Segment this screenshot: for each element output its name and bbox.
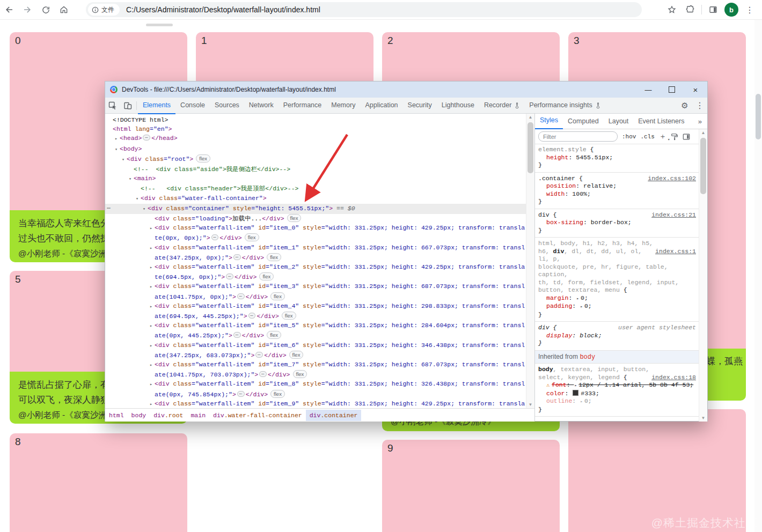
breadcrumb-item[interactable]: div.root [150, 410, 187, 421]
dom-tree-row[interactable]: ▸<div class="waterfall-item" id="item_8"… [105, 379, 526, 398]
page-scrollbar[interactable] [754, 19, 762, 532]
close-icon[interactable]: × [684, 82, 707, 98]
dom-tree-row[interactable]: ▸<div class="waterfall-item" id="item_7"… [105, 360, 526, 379]
flex-badge[interactable]: flex [270, 390, 285, 398]
bookmark-star-icon[interactable] [663, 2, 681, 18]
dom-tree-row[interactable]: ⋯▾<div class="container" style="height: … [105, 204, 526, 214]
dom-tree-row[interactable]: <div class="loading">加载中...</div>flex [105, 214, 526, 223]
settings-gear-icon[interactable]: ⚙ [677, 98, 692, 113]
browser-menu-icon[interactable]: ⋮ [741, 2, 759, 18]
flex-badge[interactable]: flex [287, 214, 302, 222]
maximize-icon[interactable] [660, 82, 684, 98]
dom-tree-row[interactable]: ▸<head>⋯</head> [105, 134, 526, 144]
site-info-badge[interactable]: 文件 [88, 4, 120, 16]
style-rule[interactable]: .container {index.css:102position: relat… [535, 173, 699, 209]
style-rule[interactable]: div {user agent stylesheetdisplay: block… [535, 322, 699, 351]
expand-ellipsis-icon[interactable]: ⋯ [226, 274, 233, 279]
dom-tree-row[interactable]: ▾<div class="water-fall-container"> [105, 194, 526, 204]
extensions-icon[interactable] [681, 2, 699, 18]
dom-tree-row[interactable]: ▾<body> [105, 144, 526, 154]
expand-ellipsis-icon[interactable]: ⋯ [248, 313, 256, 319]
breadcrumb-item[interactable]: div.water-fall-container [209, 410, 306, 421]
stylesheet-link[interactable]: index.css:102 [648, 175, 696, 183]
devtools-tab-recorder[interactable]: Recorder [479, 98, 524, 113]
sidebar-tab-layout[interactable]: Layout [604, 114, 634, 129]
dom-tree-row[interactable]: ▸<div class="waterfall-item" id="item_3"… [105, 282, 526, 301]
dom-tree-row[interactable]: ▸<div class="waterfall-item" id="item_0"… [105, 223, 526, 242]
expand-ellipsis-icon[interactable]: ⋯ [255, 352, 263, 358]
dom-tree-row[interactable]: ▸<div class="waterfall-item" id="item_4"… [105, 301, 526, 321]
elements-scrollbar-thumb[interactable] [527, 122, 533, 173]
flex-badge[interactable]: flex [196, 154, 210, 162]
forward-icon[interactable] [18, 2, 36, 18]
flex-badge[interactable]: flex [267, 253, 281, 261]
dom-tree-row[interactable]: ▸<div class="waterfall-item" id="item_5"… [105, 321, 526, 340]
styles-scrollbar[interactable]: ▲▼ [699, 129, 707, 422]
dom-tree-row[interactable]: <!-- <div class="header">我是顶部</div>--> [105, 184, 526, 193]
style-rule[interactable]: element.style {height: 5455.51px;} [535, 144, 699, 173]
dom-tree-row[interactable]: ▸<div class="waterfall-item" id="item_1"… [105, 243, 526, 262]
expand-ellipsis-icon[interactable]: ⋯ [233, 332, 241, 338]
flex-badge[interactable]: flex [267, 331, 281, 339]
profile-avatar[interactable]: b [724, 3, 738, 17]
devtools-tab-sources[interactable]: Sources [210, 98, 244, 113]
minimize-icon[interactable]: — [636, 82, 660, 98]
breadcrumb-item[interactable]: body [128, 410, 150, 421]
style-rule[interactable]: div {index.css:21box-sizing: border-box;… [535, 209, 699, 238]
toggle-class-button[interactable]: .cls [640, 134, 654, 140]
home-icon[interactable] [55, 2, 73, 18]
device-toolbar-icon[interactable] [120, 98, 135, 113]
devtools-tab-elements[interactable]: Elements [138, 98, 175, 114]
reload-icon[interactable] [36, 2, 55, 18]
expand-ellipsis-icon[interactable]: ⋯ [233, 254, 241, 260]
expand-ellipsis-icon[interactable]: ⋯ [237, 293, 245, 299]
flex-badge[interactable]: flex [270, 292, 285, 300]
devtools-menu-icon[interactable]: ⋮ [692, 98, 707, 113]
sidebar-more-tabs-icon[interactable]: » [693, 117, 707, 125]
flex-badge[interactable]: flex [289, 351, 304, 359]
style-rule[interactable]: body, textarea, input, button,index.css:… [535, 364, 699, 417]
flex-badge[interactable]: flex [293, 370, 307, 378]
elements-scrollbar[interactable]: ▲▼ [526, 114, 534, 408]
expand-ellipsis-icon[interactable]: ⋯ [259, 371, 267, 377]
dom-tree-row[interactable]: ▸<div class="waterfall-item" id="item_6"… [105, 341, 526, 360]
flex-badge[interactable]: flex [259, 272, 274, 280]
breadcrumb-item[interactable]: html [105, 410, 128, 421]
devtools-tab-application[interactable]: Application [360, 98, 402, 113]
expand-ellipsis-icon[interactable]: ⋯ [237, 391, 245, 397]
devtools-tab-performance-insights[interactable]: Performance insights [524, 98, 605, 113]
paint-roller-icon[interactable] [671, 133, 678, 141]
address-bar[interactable]: 文件 C:/Users/Administrator/Desktop/waterf… [86, 2, 642, 17]
styles-filter-input[interactable] [538, 131, 618, 142]
flex-badge[interactable]: flex [282, 312, 296, 320]
breadcrumb-item[interactable]: div.container [306, 410, 362, 421]
devtools-tab-performance[interactable]: Performance [279, 98, 327, 113]
side-panel-icon[interactable] [704, 2, 722, 18]
sidebar-tab-styles[interactable]: Styles [535, 114, 563, 129]
devtools-tab-network[interactable]: Network [244, 98, 279, 113]
back-icon[interactable] [0, 2, 18, 18]
inspect-element-icon[interactable] [105, 98, 120, 113]
stylesheet-link[interactable]: index.css:1 [655, 248, 696, 256]
new-style-rule-icon[interactable]: ＋ [659, 132, 666, 142]
devtools-titlebar[interactable]: DevTools - file:///C:/Users/Administrato… [105, 82, 707, 98]
stylesheet-link[interactable]: index.css:18 [651, 374, 696, 382]
devtools-tab-security[interactable]: Security [403, 98, 437, 113]
flex-badge[interactable]: flex [245, 233, 259, 241]
stylesheet-link[interactable]: index.css:21 [651, 211, 696, 219]
sidebar-tab-computed[interactable]: Computed [563, 114, 604, 129]
dom-tree-row[interactable]: ▾<div class="root">flex [105, 154, 526, 165]
expand-ellipsis-icon[interactable]: ⋯ [211, 234, 219, 240]
breadcrumb-item[interactable]: main [187, 410, 209, 421]
sidebar-tab-event-listeners[interactable]: Event Listeners [633, 114, 689, 129]
dom-tree-row[interactable]: ▾<main> [105, 174, 526, 184]
dom-tree-row[interactable]: <!DOCTYPE html> [105, 115, 526, 124]
devtools-tab-memory[interactable]: Memory [326, 98, 360, 113]
page-scrollbar-thumb[interactable] [756, 94, 761, 139]
style-rule[interactable]: html, body, h1, h2, h3, h4, h5,index.css… [535, 238, 699, 322]
devtools-tab-console[interactable]: Console [175, 98, 210, 113]
expand-ellipsis-icon[interactable]: ⋯ [143, 135, 150, 141]
devtools-tab-lighthouse[interactable]: Lighthouse [437, 98, 479, 113]
toggle-hover-button[interactable]: :hov [622, 134, 636, 140]
dom-tree-row[interactable]: <!-- <div class="aside">我是侧边栏</div>--> [105, 165, 526, 174]
